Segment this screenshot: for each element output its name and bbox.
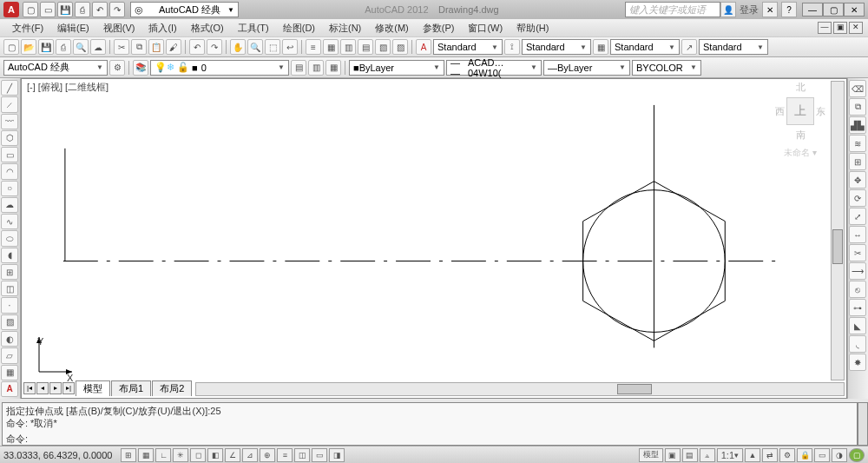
zoom-prev-button[interactable]: ↩ [282,39,298,55]
mdi-minimize[interactable]: ― [818,22,832,34]
new-button[interactable]: ▢ [3,39,19,55]
array-tool[interactable]: ⊞ [849,153,866,170]
ellipsearc-tool[interactable]: ◖ [1,248,18,263]
minimize-button[interactable]: ― [802,3,823,17]
3dosnap-toggle[interactable]: ◧ [207,448,223,462]
scale-tool[interactable]: ⤢ [849,208,866,225]
arc-tool[interactable]: ◠ [1,163,18,179]
redo-icon[interactable]: ↷ [109,2,125,17]
layer-combo[interactable]: 💡❄🔓■ 0▼ [150,60,289,76]
tab-next[interactable]: ▸ [49,382,62,394]
polygon-tool[interactable]: ⬡ [1,130,18,146]
mleaderstyle-combo[interactable]: Standard▼ [699,39,768,55]
menu-window[interactable]: 窗口(W) [461,22,510,35]
color-combo[interactable]: ■ ByLayer▼ [349,60,444,76]
textstyle-icon[interactable]: A [416,39,431,55]
menu-file[interactable]: 文件(F) [5,22,50,35]
qp-toggle[interactable]: ▭ [312,448,327,462]
mdi-restore[interactable]: ▣ [833,22,847,34]
textstyle-combo[interactable]: Standard▼ [433,39,503,55]
region-tool[interactable]: ▱ [1,347,18,363]
extend-tool[interactable]: ⟶ [849,262,866,280]
block-tool[interactable]: ◫ [1,281,18,296]
undo-button[interactable]: ↶ [189,39,205,55]
erase-tool[interactable]: ⌫ [849,80,866,97]
workspace-combo[interactable]: AutoCAD 经典▼ [3,60,108,76]
table-tool[interactable]: ▦ [1,365,18,380]
tablestyle-combo[interactable]: Standard▼ [610,39,680,55]
markup-button[interactable]: ▧ [375,39,391,55]
paste-button[interactable]: 📋 [148,39,164,55]
revcloud-tool[interactable]: ☁ [1,197,18,213]
ortho-toggle[interactable]: ∟ [155,448,171,462]
menu-view[interactable]: 视图(V) [96,22,142,35]
otrack-toggle[interactable]: ∠ [225,448,240,462]
menu-parametric[interactable]: 参数(P) [416,22,462,35]
rectangle-tool[interactable]: ▭ [1,147,18,162]
h-scrollbar[interactable] [195,382,845,396]
open-button[interactable]: 📂 [21,39,36,55]
tab-last[interactable]: ▸| [62,382,75,394]
tab-layout1[interactable]: 布局1 [111,380,151,396]
ann-autoscale[interactable]: ⇄ [762,448,778,462]
dimstyle-combo[interactable]: Standard▼ [522,39,591,55]
plotstyle-combo[interactable]: BYCOLOR▼ [632,60,701,76]
ellipse-tool[interactable]: ⬭ [1,230,18,246]
break-tool[interactable]: ⎋ [849,281,866,298]
linetype-combo[interactable]: — — ACAD…04W10(▼ [446,60,542,76]
undo-icon[interactable]: ↶ [92,2,108,17]
redo-button[interactable]: ↷ [207,39,222,55]
layer-prev-button[interactable]: ▦ [326,60,341,76]
explode-tool[interactable]: ✸ [849,354,866,371]
mtext-tool[interactable]: A [1,381,18,397]
tab-prev[interactable]: ◂ [36,382,49,394]
ann-visibility[interactable]: ▲ [745,448,760,462]
tab-layout2[interactable]: 布局2 [152,380,192,396]
lwt-toggle[interactable]: ≡ [277,448,293,462]
menu-format[interactable]: 格式(O) [184,22,231,35]
print-icon[interactable]: ⎙ [75,2,90,17]
move-tool[interactable]: ✥ [849,171,866,189]
mdi-close[interactable]: ✕ [849,22,863,34]
help-icon[interactable]: ? [781,2,797,17]
polar-toggle[interactable]: ✳ [173,448,188,462]
sign-in-button[interactable]: 👤 [720,2,736,17]
fillet-tool[interactable]: ◟ [849,335,866,353]
ws-settings-icon[interactable]: ⚙ [109,60,125,76]
grid-toggle[interactable]: ▦ [138,448,154,462]
point-tool[interactable]: · [1,297,18,313]
ducs-toggle[interactable]: ⊿ [242,448,258,462]
tpy-toggle[interactable]: ◫ [294,448,310,462]
sc-toggle[interactable]: ◨ [329,448,345,462]
ws-switch[interactable]: ⚙ [779,448,795,462]
quickview-layouts[interactable]: ▣ [665,448,681,462]
menu-dimension[interactable]: 标注(N) [322,22,368,35]
toolbar-lock[interactable]: 🔒 [797,448,812,462]
pline-tool[interactable]: 〰 [1,114,18,129]
menu-modify[interactable]: 修改(M) [368,22,416,35]
snap-toggle[interactable]: ⊞ [121,448,136,462]
copy-tool[interactable]: ⧉ [849,98,866,116]
line-tool[interactable]: ╱ [1,80,18,96]
publish-button[interactable]: ☁ [90,39,106,55]
menu-insert[interactable]: 插入(I) [141,22,183,35]
command-line[interactable]: 指定拉伸点或 [基点(B)/复制(C)/放弃(U)/退出(X)]:25 命令: … [2,402,858,446]
osnap-toggle[interactable]: ◻ [190,448,206,462]
dimstyle-icon[interactable]: ⟟ [504,39,520,55]
workspace-selector[interactable]: ◎AutoCAD 经典▼ [130,2,239,17]
trim-tool[interactable]: ✂ [849,244,866,261]
gradient-tool[interactable]: ◐ [1,331,18,347]
save-button[interactable]: 💾 [38,39,54,55]
coordinates[interactable]: 33.0333, 66.4329, 0.0000 [3,450,112,460]
mleaderstyle-icon[interactable]: ↗ [681,39,697,55]
match-button[interactable]: 🖌 [166,39,181,55]
new-icon[interactable]: ▢ [23,2,38,17]
spline-tool[interactable]: ∿ [1,214,18,229]
layer-props-button[interactable]: 📚 [133,60,148,76]
designcenter-button[interactable]: ▦ [323,39,339,55]
command-prompt[interactable]: 命令: [6,433,853,445]
preview-button[interactable]: 🔍 [73,39,89,55]
ann-scale-icon[interactable]: ⟁ [700,448,715,462]
xline-tool[interactable]: ⟋ [1,96,18,112]
menu-help[interactable]: 帮助(H) [510,22,556,35]
